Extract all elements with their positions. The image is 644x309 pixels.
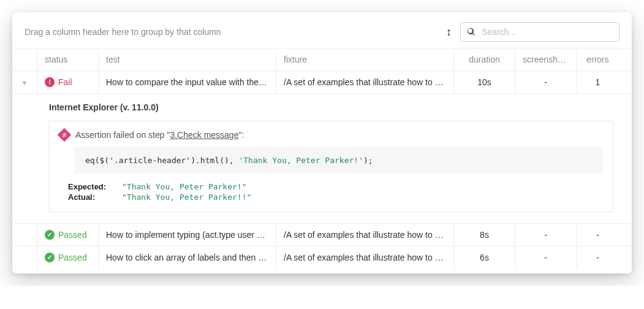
col-status[interactable]: status	[37, 48, 98, 71]
fixture-path: /A set of examples that illustrate how t…	[276, 224, 453, 246]
test-name: How to compare the input value with the …	[98, 71, 276, 93]
browser-name: Internet Explorer (v. 11.0.0)	[49, 102, 613, 112]
actual-row: Actual: "Thank You, Peter Parker!!"	[68, 193, 603, 202]
col-duration[interactable]: duration	[453, 48, 515, 71]
duration-value: 8s	[453, 224, 515, 246]
assertion-code: eq($('.article-header').html(), 'Thank Y…	[74, 147, 603, 174]
col-test[interactable]: test	[98, 48, 276, 71]
table-row[interactable]: ▼ ! Fail How to compare the input value …	[12, 71, 632, 93]
group-by-hint[interactable]: Drag a column header here to group by th…	[25, 27, 221, 37]
search-input[interactable]	[480, 26, 613, 37]
fixture-path: /A set of examples that illustrate how t…	[276, 71, 453, 93]
screenshots-value: -	[515, 246, 576, 269]
topbar: Drag a column header here to group by th…	[12, 12, 632, 48]
errors-value: 1	[576, 71, 619, 93]
duration-value: 10s	[453, 71, 515, 93]
assertion-message: Assertion failed on step "3.Check messag…	[75, 130, 244, 140]
assertion-step-link[interactable]: 3.Check message	[170, 130, 238, 140]
actual-label: Actual:	[68, 193, 115, 202]
expand-caret-icon[interactable]: ▼	[21, 79, 28, 86]
assertion-box: ≠ Assertion failed on step "3.Check mess…	[49, 121, 613, 212]
errors-value: -	[576, 246, 619, 269]
row-detail: Internet Explorer (v. 11.0.0) ≠ Assertio…	[12, 93, 632, 223]
status-label: Fail	[58, 77, 72, 87]
status-label: Passed	[58, 230, 87, 240]
col-screenshots[interactable]: screenshots	[515, 48, 576, 71]
pass-icon	[45, 230, 55, 240]
test-name: How to click an array of labels and then…	[98, 246, 276, 269]
fixture-path: /A set of examples that illustrate how t…	[276, 246, 453, 269]
expand-header	[12, 53, 37, 66]
notequal-icon: ≠	[58, 128, 72, 142]
col-fixture[interactable]: fixture	[276, 48, 453, 71]
screenshots-value: -	[515, 224, 576, 246]
duration-value: 6s	[453, 246, 515, 269]
pass-icon	[45, 253, 55, 262]
table-row[interactable]: Passed How to click an array of labels a…	[12, 246, 632, 269]
errors-value: -	[576, 224, 619, 246]
search-box[interactable]	[460, 22, 619, 42]
status-cell: ! Fail	[37, 71, 98, 93]
grid-header: status test fixture duration screenshots…	[12, 48, 632, 71]
expected-label: Expected:	[68, 182, 115, 191]
expected-value: "Thank You, Peter Parker!"	[122, 182, 247, 191]
col-errors[interactable]: errors	[576, 48, 619, 71]
expected-row: Expected: "Thank You, Peter Parker!"	[68, 182, 603, 191]
screenshots-value: -	[515, 71, 576, 93]
status-cell: Passed	[37, 246, 98, 269]
assertion-header: ≠ Assertion failed on step "3.Check mess…	[59, 130, 603, 140]
column-chooser-icon[interactable]: ↕	[446, 26, 452, 37]
table-row[interactable]: Passed How to implement typing (act.type…	[12, 223, 632, 246]
test-name: How to implement typing (act.type user a…	[98, 224, 276, 246]
results-panel: Drag a column header here to group by th…	[12, 12, 632, 273]
status-cell: Passed	[37, 224, 98, 246]
fail-icon: !	[45, 77, 55, 87]
status-label: Passed	[58, 253, 87, 262]
search-icon	[467, 28, 475, 36]
topbar-right: ↕	[446, 22, 619, 42]
actual-value: "Thank You, Peter Parker!!"	[122, 193, 251, 202]
